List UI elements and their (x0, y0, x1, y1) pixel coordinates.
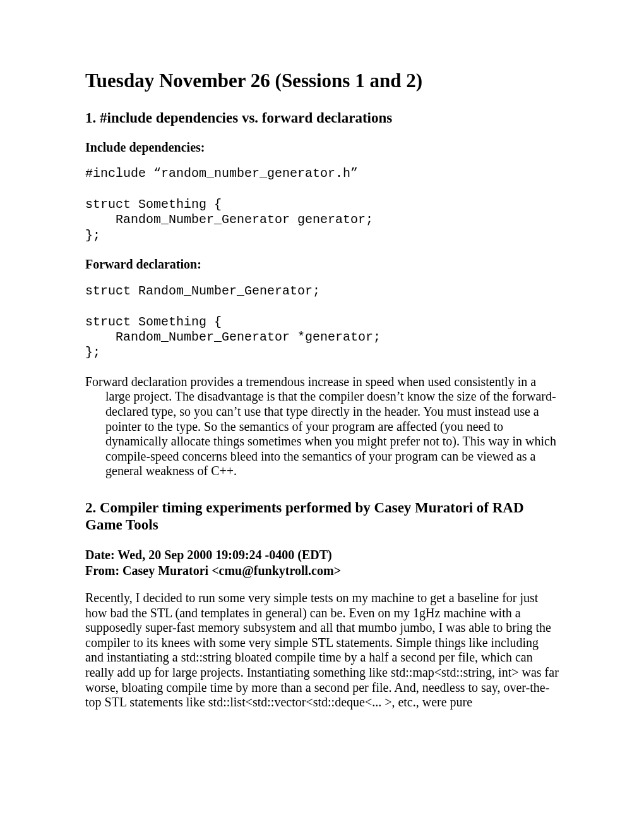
include-deps-code: #include “random_number_generator.h” str… (85, 166, 559, 243)
include-deps-subhead: Include dependencies: (85, 140, 559, 155)
email-header: Date: Wed, 20 Sep 2000 19:09:24 -0400 (E… (85, 547, 559, 578)
section2-paragraph: Recently, I decided to run some very sim… (85, 591, 559, 710)
email-from: From: Casey Muratori <cmu@funkytroll.com… (85, 563, 559, 578)
email-date: Date: Wed, 20 Sep 2000 19:09:24 -0400 (E… (85, 547, 559, 562)
forward-decl-code: struct Random_Number_Generator; struct S… (85, 284, 559, 361)
page-title: Tuesday November 26 (Sessions 1 and 2) (85, 70, 559, 93)
forward-decl-subhead: Forward declaration: (85, 257, 559, 272)
section1-heading: 1. #include dependencies vs. forward dec… (85, 109, 559, 126)
section2-heading: 2. Compiler timing experiments performed… (85, 499, 559, 533)
section1-paragraph: Forward declaration provides a tremendou… (85, 375, 559, 479)
